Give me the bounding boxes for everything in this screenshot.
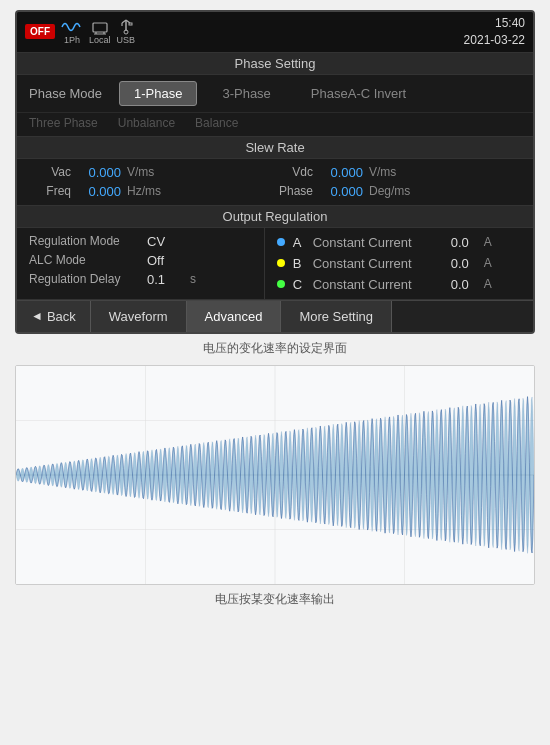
slew-rate-grid: Vac 0.000 V/ms Vdc 0.000 V/ms Freq 0.000… [17,159,533,206]
top-bar-left: OFF 1Ph Local [25,19,135,45]
phase-c-type: Constant Current [313,277,443,292]
top-bar-right: 15:40 2021-03-22 [464,15,525,49]
phase-a-dot [277,238,285,246]
alc-mode-row: ALC Mode Off [17,251,264,270]
vac-row: Vac 0.000 V/ms [33,165,275,180]
waveform-svg: // This will be rendered via the SVG ele… [16,366,534,584]
reg-left: Regulation Mode CV ALC Mode Off Regulati… [17,228,265,299]
phase-slew-label: Phase [275,184,313,198]
phase-b-letter: B [293,256,305,271]
phase-c-unit: A [484,277,492,291]
vdc-value: 0.000 [319,165,363,180]
reg-delay-unit: s [190,272,196,286]
phase-invert-button[interactable]: PhaseA-C Invert [296,81,421,106]
reg-mode-row: Regulation Mode CV [17,232,264,251]
back-button[interactable]: ◄ Back [17,301,91,332]
phase-slew-value: 0.000 [319,184,363,199]
back-arrow-icon: ◄ [31,309,43,323]
device-screen: OFF 1Ph Local [15,10,535,334]
phase-b-type: Constant Current [313,256,443,271]
caption1: 电压的变化速率的设定界面 [0,334,550,365]
local-label: Local [89,35,111,45]
slew-rate-header: Slew Rate [17,137,533,159]
phase-c-row: C Constant Current 0.0 A [265,274,533,295]
phase-3phase-button[interactable]: 3-Phase [207,81,285,106]
bottom-nav: ◄ Back Waveform Advanced More Setting [17,300,533,332]
phase-c-letter: C [293,277,305,292]
vdc-unit: V/ms [369,165,409,179]
phase-b-value: 0.0 [451,256,476,271]
svg-rect-7 [129,23,132,25]
reg-right: A Constant Current 0.0 A B Constant Curr… [265,228,533,299]
three-phase-label: Three Phase [29,116,98,130]
phase-a-row: A Constant Current 0.0 A [265,232,533,253]
usb-icon [117,19,135,35]
caption2: 电压按某变化速率输出 [0,585,550,618]
three-phase-row: Three Phase Unbalance Balance [17,113,533,137]
waveform-button[interactable]: Waveform [91,301,187,332]
top-bar: OFF 1Ph Local [17,12,533,53]
reg-delay-row: Regulation Delay 0.1 s [17,270,264,289]
freq-value: 0.000 [77,184,121,199]
usb-label: USB [117,35,136,45]
advanced-button[interactable]: Advanced [187,301,282,332]
alc-mode-label: ALC Mode [29,253,139,267]
freq-unit: Hz/ms [127,184,167,198]
date-display: 2021-03-22 [464,32,525,49]
usb-icon-box: USB [117,19,136,45]
balance-label: Balance [195,116,238,130]
phase-c-value: 0.0 [451,277,476,292]
unbalance-label: Unbalance [118,116,175,130]
phase-1ph-label: 1Ph [64,35,80,45]
waveform-chart: // This will be rendered via the SVG ele… [15,365,535,585]
reg-mode-label: Regulation Mode [29,234,139,248]
vac-value: 0.000 [77,165,121,180]
output-regulation-header: Output Regulation [17,206,533,228]
back-label: Back [47,309,76,324]
vdc-label: Vdc [275,165,313,179]
phase-mode-row: Phase Mode 1-Phase 3-Phase PhaseA-C Inve… [17,75,533,113]
reg-delay-value: 0.1 [147,272,182,287]
phase-a-value: 0.0 [451,235,476,250]
alc-mode-value: Off [147,253,182,268]
phase-slew-unit: Deg/ms [369,184,410,198]
more-setting-button[interactable]: More Setting [281,301,392,332]
phase-a-letter: A [293,235,305,250]
phase-c-dot [277,280,285,288]
freq-label: Freq [33,184,71,198]
phase-a-type: Constant Current [313,235,443,250]
off-button[interactable]: OFF [25,24,55,39]
waveform-icon-box: 1Ph [61,19,83,45]
local-icon-box: Local [89,19,111,45]
sine-icon [61,19,83,35]
phase-1phase-button[interactable]: 1-Phase [119,81,197,106]
vac-unit: V/ms [127,165,167,179]
vdc-row: Vdc 0.000 V/ms [275,165,517,180]
phase-mode-label: Phase Mode [29,86,109,101]
phase-slew-row: Phase 0.000 Deg/ms [275,184,517,199]
local-icon [91,19,109,35]
vac-label: Vac [33,165,71,179]
phase-b-unit: A [484,256,492,270]
phase-a-unit: A [484,235,492,249]
phase-setting-header: Phase Setting [17,53,533,75]
output-regulation-main: Regulation Mode CV ALC Mode Off Regulati… [17,228,533,300]
reg-mode-value: CV [147,234,182,249]
time-display: 15:40 [464,15,525,32]
reg-delay-label: Regulation Delay [29,272,139,286]
phase-b-row: B Constant Current 0.0 A [265,253,533,274]
svg-rect-0 [93,23,107,32]
freq-row: Freq 0.000 Hz/ms [33,184,275,199]
phase-b-dot [277,259,285,267]
